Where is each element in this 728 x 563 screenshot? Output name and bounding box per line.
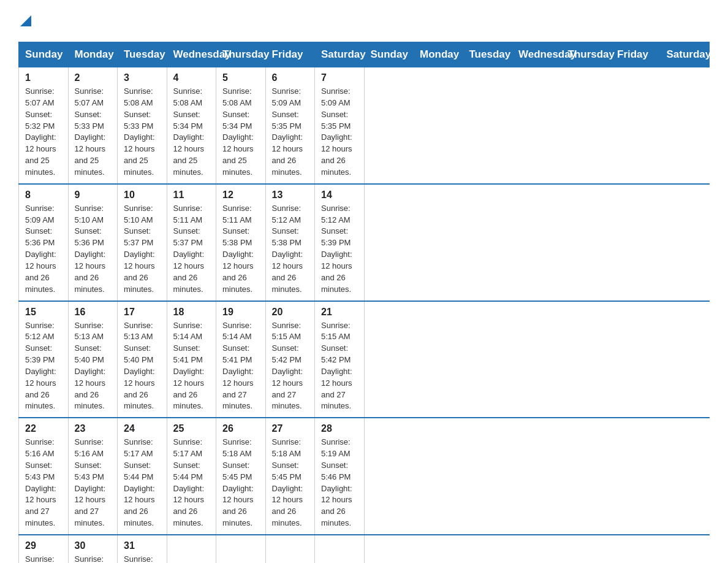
- day-number: 4: [173, 72, 210, 83]
- calendar-header-row: SundayMondayTuesdayWednesdayThursdayFrid…: [19, 42, 710, 67]
- calendar-day-cell: 4 Sunrise: 5:08 AM Sunset: 5:34 PM Dayli…: [167, 67, 216, 184]
- calendar-week-row: 22 Sunrise: 5:16 AM Sunset: 5:43 PM Dayl…: [19, 418, 710, 535]
- day-info: Sunrise: 5:16 AM Sunset: 5:43 PM Dayligh…: [75, 437, 112, 529]
- calendar-day-cell: 31 Sunrise: 5:20 AM Sunset: 5:47 PM Dayl…: [118, 535, 167, 563]
- day-info: Sunrise: 5:20 AM Sunset: 5:47 PM Dayligh…: [124, 554, 161, 563]
- calendar-week-row: 8 Sunrise: 5:09 AM Sunset: 5:36 PM Dayli…: [19, 184, 710, 301]
- calendar-day-cell: 19 Sunrise: 5:14 AM Sunset: 5:41 PM Dayl…: [216, 301, 266, 418]
- calendar-day-cell: 3 Sunrise: 5:08 AM Sunset: 5:33 PM Dayli…: [118, 67, 167, 184]
- day-info: Sunrise: 5:08 AM Sunset: 5:34 PM Dayligh…: [222, 86, 259, 178]
- logo-arrow-icon: [20, 15, 31, 26]
- calendar-day-cell: 6 Sunrise: 5:09 AM Sunset: 5:35 PM Dayli…: [265, 67, 315, 184]
- day-info: Sunrise: 5:17 AM Sunset: 5:44 PM Dayligh…: [173, 437, 210, 529]
- day-info: Sunrise: 5:08 AM Sunset: 5:33 PM Dayligh…: [124, 86, 161, 178]
- day-number: 13: [272, 190, 309, 201]
- day-of-week-header: Tuesday: [463, 42, 512, 67]
- day-info: Sunrise: 5:09 AM Sunset: 5:35 PM Dayligh…: [272, 86, 309, 178]
- day-number: 1: [25, 72, 62, 83]
- calendar-week-row: 15 Sunrise: 5:12 AM Sunset: 5:39 PM Dayl…: [19, 301, 710, 418]
- day-number: 9: [75, 190, 112, 201]
- day-of-week-header: Monday: [414, 42, 463, 67]
- calendar-day-cell: 20 Sunrise: 5:15 AM Sunset: 5:42 PM Dayl…: [265, 301, 315, 418]
- day-number: 5: [222, 72, 259, 83]
- day-info: Sunrise: 5:11 AM Sunset: 5:37 PM Dayligh…: [173, 203, 210, 296]
- calendar-day-cell: 5 Sunrise: 5:08 AM Sunset: 5:34 PM Dayli…: [216, 67, 266, 184]
- calendar-day-cell: 12 Sunrise: 5:11 AM Sunset: 5:38 PM Dayl…: [216, 184, 266, 301]
- day-number: 23: [75, 423, 112, 434]
- day-number: 19: [222, 307, 259, 318]
- calendar-day-cell: 14 Sunrise: 5:12 AM Sunset: 5:39 PM Dayl…: [315, 184, 365, 301]
- calendar-day-cell: [265, 535, 315, 563]
- day-number: 16: [75, 307, 112, 318]
- day-number: 8: [25, 190, 62, 201]
- day-of-week-header: Sunday: [19, 42, 69, 67]
- day-number: 3: [124, 72, 161, 83]
- calendar-day-cell: 26 Sunrise: 5:18 AM Sunset: 5:45 PM Dayl…: [216, 418, 266, 535]
- day-number: 29: [25, 540, 62, 551]
- day-of-week-header: Saturday: [660, 42, 710, 67]
- day-number: 31: [124, 540, 161, 551]
- day-number: 12: [222, 190, 259, 201]
- calendar-day-cell: 9 Sunrise: 5:10 AM Sunset: 5:36 PM Dayli…: [68, 184, 118, 301]
- calendar-day-cell: 21 Sunrise: 5:15 AM Sunset: 5:42 PM Dayl…: [315, 301, 365, 418]
- calendar-day-cell: [216, 535, 266, 563]
- logo: [18, 12, 31, 31]
- calendar-day-cell: 8 Sunrise: 5:09 AM Sunset: 5:36 PM Dayli…: [19, 184, 69, 301]
- day-info: Sunrise: 5:10 AM Sunset: 5:37 PM Dayligh…: [124, 203, 161, 296]
- day-of-week-header: Wednesday: [512, 42, 562, 67]
- day-info: Sunrise: 5:10 AM Sunset: 5:36 PM Dayligh…: [75, 203, 112, 296]
- calendar-day-cell: 27 Sunrise: 5:18 AM Sunset: 5:45 PM Dayl…: [265, 418, 315, 535]
- calendar-day-cell: 2 Sunrise: 5:07 AM Sunset: 5:33 PM Dayli…: [68, 67, 118, 184]
- day-info: Sunrise: 5:18 AM Sunset: 5:45 PM Dayligh…: [272, 437, 309, 529]
- calendar-day-cell: [315, 535, 365, 563]
- day-number: 18: [173, 307, 210, 318]
- day-of-week-header: Wednesday: [167, 42, 216, 67]
- day-info: Sunrise: 5:14 AM Sunset: 5:41 PM Dayligh…: [173, 320, 210, 413]
- calendar-day-cell: 11 Sunrise: 5:11 AM Sunset: 5:37 PM Dayl…: [167, 184, 216, 301]
- calendar-day-cell: 23 Sunrise: 5:16 AM Sunset: 5:43 PM Dayl…: [68, 418, 118, 535]
- calendar-day-cell: [167, 535, 216, 563]
- day-info: Sunrise: 5:13 AM Sunset: 5:40 PM Dayligh…: [75, 320, 112, 413]
- calendar-day-cell: 29 Sunrise: 5:19 AM Sunset: 5:46 PM Dayl…: [19, 535, 69, 563]
- day-info: Sunrise: 5:14 AM Sunset: 5:41 PM Dayligh…: [222, 320, 259, 413]
- day-info: Sunrise: 5:20 AM Sunset: 5:47 PM Dayligh…: [75, 554, 112, 563]
- day-number: 27: [272, 423, 309, 434]
- day-of-week-header: Friday: [265, 42, 315, 67]
- day-info: Sunrise: 5:12 AM Sunset: 5:39 PM Dayligh…: [25, 320, 62, 413]
- day-of-week-header: Saturday: [315, 42, 365, 67]
- day-info: Sunrise: 5:12 AM Sunset: 5:38 PM Dayligh…: [272, 203, 309, 296]
- day-number: 25: [173, 423, 210, 434]
- day-number: 2: [75, 72, 112, 83]
- calendar-day-cell: 30 Sunrise: 5:20 AM Sunset: 5:47 PM Dayl…: [68, 535, 118, 563]
- day-info: Sunrise: 5:16 AM Sunset: 5:43 PM Dayligh…: [25, 437, 62, 529]
- day-info: Sunrise: 5:15 AM Sunset: 5:42 PM Dayligh…: [272, 320, 309, 413]
- calendar-day-cell: 22 Sunrise: 5:16 AM Sunset: 5:43 PM Dayl…: [19, 418, 69, 535]
- day-info: Sunrise: 5:18 AM Sunset: 5:45 PM Dayligh…: [222, 437, 259, 529]
- day-number: 24: [124, 423, 161, 434]
- day-number: 28: [321, 423, 358, 434]
- day-number: 14: [321, 190, 358, 201]
- day-of-week-header: Sunday: [364, 42, 414, 67]
- page-header: [18, 12, 710, 31]
- day-number: 11: [173, 190, 210, 201]
- day-info: Sunrise: 5:15 AM Sunset: 5:42 PM Dayligh…: [321, 320, 358, 413]
- calendar-day-cell: 16 Sunrise: 5:13 AM Sunset: 5:40 PM Dayl…: [68, 301, 118, 418]
- svg-marker-0: [20, 15, 31, 26]
- day-number: 10: [124, 190, 161, 201]
- calendar-table: SundayMondayTuesdayWednesdayThursdayFrid…: [18, 42, 710, 563]
- calendar-day-cell: 13 Sunrise: 5:12 AM Sunset: 5:38 PM Dayl…: [265, 184, 315, 301]
- day-info: Sunrise: 5:07 AM Sunset: 5:33 PM Dayligh…: [75, 86, 112, 178]
- day-number: 6: [272, 72, 309, 83]
- day-number: 26: [222, 423, 259, 434]
- day-of-week-header: Thursday: [216, 42, 266, 67]
- day-info: Sunrise: 5:17 AM Sunset: 5:44 PM Dayligh…: [124, 437, 161, 529]
- day-number: 17: [124, 307, 161, 318]
- calendar-week-row: 1 Sunrise: 5:07 AM Sunset: 5:32 PM Dayli…: [19, 67, 710, 184]
- calendar-day-cell: 18 Sunrise: 5:14 AM Sunset: 5:41 PM Dayl…: [167, 301, 216, 418]
- day-number: 21: [321, 307, 358, 318]
- day-of-week-header: Tuesday: [118, 42, 167, 67]
- calendar-day-cell: 24 Sunrise: 5:17 AM Sunset: 5:44 PM Dayl…: [118, 418, 167, 535]
- calendar-day-cell: 28 Sunrise: 5:19 AM Sunset: 5:46 PM Dayl…: [315, 418, 365, 535]
- day-number: 20: [272, 307, 309, 318]
- day-of-week-header: Monday: [68, 42, 118, 67]
